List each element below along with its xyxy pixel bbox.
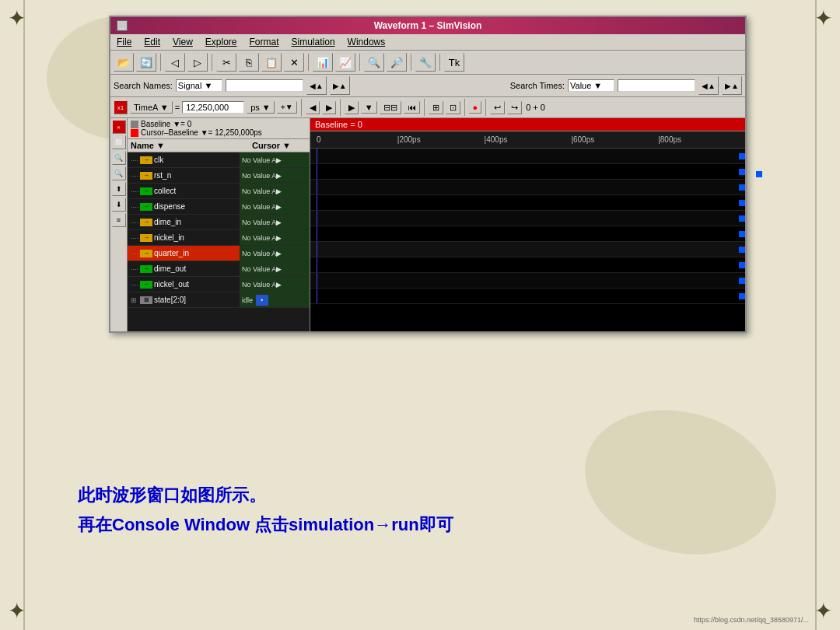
signal-row-nickel-out[interactable]: ···· → nickel_out No Value A▶ (128, 277, 310, 292)
nav-right-button[interactable]: ▶ (322, 101, 336, 114)
corner-mark-bl: ✦ (8, 600, 26, 622)
menu-windows[interactable]: Windows (345, 36, 389, 48)
tb-wave-button[interactable]: 📊 (313, 53, 333, 72)
title-bar: _ Waveform 1 – SimVision (110, 17, 745, 34)
tb-zoom-in-button[interactable]: 🔍 (364, 53, 384, 72)
tb-back-button[interactable]: ◁ (165, 53, 185, 72)
search-names-dropdown[interactable]: Signal ▼ (176, 79, 222, 92)
left-close-btn[interactable]: ✕ (112, 120, 126, 134)
clk-icon: → (140, 156, 152, 164)
back-btn[interactable]: ↩ (490, 101, 505, 114)
wave-row-clk (310, 149, 745, 164)
play-dropdown[interactable]: ▼ (361, 101, 377, 114)
play-button[interactable]: ▶ (345, 101, 359, 114)
signal-value-dispense: No Value A▶ (240, 199, 310, 214)
deco-line-left (23, 0, 25, 630)
signal-table-header: Name ▼ Cursor ▼ (128, 139, 310, 152)
signal-name-dime-out: ···· → dime_out (128, 261, 240, 276)
search-times-next[interactable]: ▶▲ (722, 76, 742, 95)
search-times-dropdown[interactable]: Value ▼ (568, 79, 614, 92)
signal-row-state[interactable]: ⊞ ⊠ state[2:0] idle ▪ (128, 292, 310, 308)
menu-explore[interactable]: Explore (202, 36, 240, 48)
tb-delete-button[interactable]: ✕ (284, 53, 304, 72)
signal-row-rst-n[interactable]: ···· → rst_n No Value A▶ (128, 168, 310, 184)
left-maximize-btn[interactable]: ⬜ (112, 135, 126, 149)
nav-left-button[interactable]: ◀ (306, 101, 320, 114)
title-bar-buttons: _ (117, 20, 128, 31)
waveform-btn1[interactable]: ⊟⊟ (380, 101, 401, 114)
tb-copy-button[interactable]: ⎘ (239, 53, 259, 72)
left-scroll-down-btn[interactable]: ⬇ (112, 198, 126, 212)
cursor-line-dime-out (317, 257, 317, 272)
menu-bar: File Edit View Explore Format Simulation… (110, 34, 745, 51)
tb-separator-3 (308, 54, 309, 71)
search-names-input[interactable] (226, 79, 303, 92)
tb-settings-button[interactable]: 🔧 (415, 53, 436, 72)
signal-row-collect[interactable]: ···· → collect No Value A▶ (128, 184, 310, 199)
minimize-button[interactable]: _ (117, 20, 128, 31)
signal-name-state: ⊞ ⊠ state[2:0] (128, 292, 240, 307)
chinese-line-1: 此时波形窗口如图所示。 (78, 484, 453, 507)
left-panel: ✕ ⬜ 🔍 🔍 ⬆ ⬇ ≡ (110, 118, 128, 331)
tb-forward-button[interactable]: ▷ (187, 53, 208, 72)
time-mark-800: |800ps (658, 135, 681, 144)
tb-open-button[interactable]: 📂 (114, 53, 134, 72)
ctrl-sep-5 (485, 99, 486, 116)
menu-simulation[interactable]: Simulation (289, 36, 338, 48)
search-times-prev[interactable]: ◀▲ (698, 76, 719, 95)
search-names-next[interactable]: ▶▲ (330, 76, 350, 95)
name-column-header[interactable]: Name ▼ (131, 141, 236, 150)
nickel-in-icon: → (140, 234, 152, 242)
menu-file[interactable]: File (114, 36, 135, 48)
wave-row-nickel-in (310, 226, 745, 242)
left-zoom-in-btn[interactable]: 🔍 (112, 151, 126, 165)
tb-zoom-out-button[interactable]: 🔎 (387, 53, 407, 72)
baseline-color-icon (131, 121, 138, 128)
left-scroll-up-btn[interactable]: ⬆ (112, 182, 126, 196)
signal-value-nickel-out: No Value A▶ (240, 277, 310, 292)
corner-mark-tr: ✦ (814, 8, 832, 30)
menu-view[interactable]: View (170, 36, 196, 48)
rewind-button[interactable]: ⏮ (404, 101, 420, 114)
signal-row-nickel-in[interactable]: ···· → nickel_in No Value A▶ (128, 230, 310, 246)
forward-btn[interactable]: ↪ (507, 101, 522, 114)
tb-wave2-button[interactable]: 📈 (335, 53, 355, 72)
signal-row-dispense[interactable]: ···· → dispense No Value A▶ (128, 199, 310, 215)
time-unit-dropdown[interactable]: ps ▼ (247, 101, 275, 114)
tb-refresh-button[interactable]: 🔄 (136, 53, 156, 72)
control-bar: x1 TimeA ▼ = 12,250,000 ps ▼ ⌖▼ ◀ ▶ ▶ ▼ … (110, 97, 745, 118)
cursor-column-header[interactable]: Cursor ▼ (236, 141, 306, 150)
signal-row-dime-out[interactable]: ···· → dime_out No Value A▶ (128, 261, 310, 277)
timea-dropdown[interactable]: TimeA ▼ (130, 101, 173, 114)
signal-row-quarter-in[interactable]: ···· → quarter_in No Value A▶ (128, 246, 310, 261)
signal-value-nickel-in: No Value A▶ (240, 230, 310, 245)
record-button[interactable]: ● (469, 101, 482, 114)
wave-signal-collect (739, 184, 745, 191)
search-names-prev[interactable]: ◀▲ (306, 76, 327, 95)
cursor-line-clk (317, 149, 317, 163)
nickel-out-wave-dot (756, 171, 762, 177)
cursor-icon-btn[interactable]: x1 (114, 100, 128, 114)
signal-row-dime-in[interactable]: ···· → dime_in No Value A▶ (128, 215, 310, 230)
zoom-all-button[interactable]: ⊡ (446, 101, 460, 114)
tb-extra-button[interactable]: Tk (444, 53, 464, 72)
left-zoom-out-btn[interactable]: 🔍 (112, 166, 126, 180)
deco-line-right (815, 0, 817, 630)
tb-separator-6 (439, 54, 440, 71)
tb-paste-button[interactable]: 📋 (261, 53, 282, 72)
zoom-fit-button[interactable]: ⊞ (429, 101, 443, 114)
search-times-input[interactable] (618, 79, 695, 92)
snap-button[interactable]: ⌖▼ (277, 101, 297, 114)
signal-value-state: idle ▪ (240, 292, 310, 307)
menu-format[interactable]: Format (247, 36, 282, 48)
wave-row-dime-out (310, 257, 745, 273)
state-icon: ⊠ (140, 296, 152, 304)
time-ruler: 0 |200ps |400ps |600ps |800ps (310, 131, 745, 149)
menu-edit[interactable]: Edit (141, 36, 163, 48)
wave-row-nickel-out (310, 273, 745, 289)
left-sort-btn[interactable]: ≡ (112, 213, 126, 227)
signal-row-clk[interactable]: ···· → clk No Value A▶ (128, 152, 310, 168)
wave-signal-dispense (739, 200, 745, 206)
signal-value-clk: No Value A▶ (240, 152, 310, 167)
tb-cut-button[interactable]: ✂ (216, 53, 236, 72)
